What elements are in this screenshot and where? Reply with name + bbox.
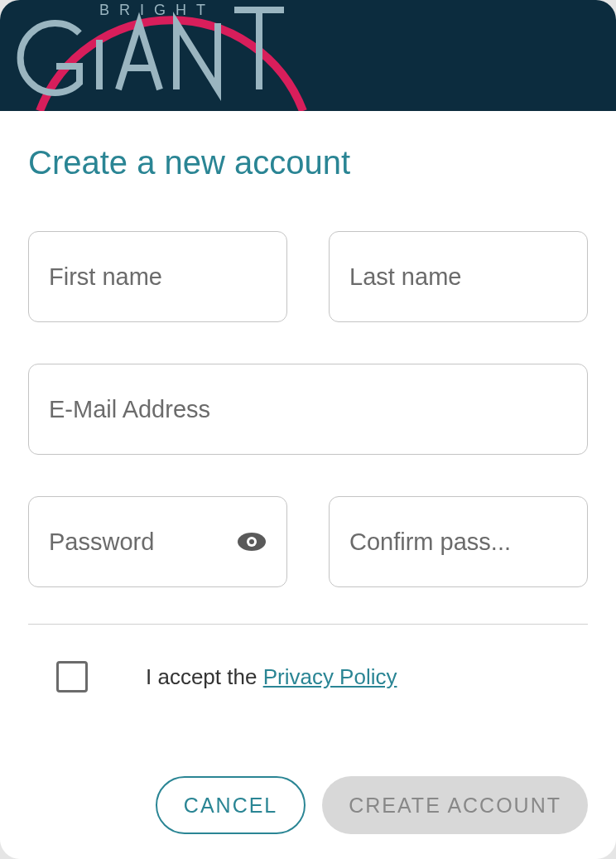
email-field-wrapper (28, 364, 588, 455)
divider (28, 624, 588, 625)
email-row (28, 364, 588, 455)
email-input[interactable] (49, 396, 567, 423)
last-name-input[interactable] (349, 263, 567, 291)
password-row (28, 496, 588, 587)
password-field-wrapper (28, 496, 287, 587)
button-row: CANCEL CREATE ACCOUNT (28, 776, 588, 834)
svg-point-4 (249, 539, 254, 544)
eye-icon (237, 532, 267, 552)
privacy-policy-link[interactable]: Privacy Policy (263, 664, 397, 689)
name-row (28, 231, 588, 322)
privacy-row: I accept the Privacy Policy (28, 661, 588, 693)
page-title: Create a new account (28, 144, 588, 181)
privacy-label: I accept the Privacy Policy (146, 664, 397, 690)
confirm-password-field-wrapper (329, 496, 588, 587)
cancel-button[interactable]: CANCEL (156, 776, 306, 834)
content-area: Create a new account (0, 111, 616, 859)
toggle-password-visibility[interactable] (237, 526, 267, 557)
header: BRIGHT (0, 0, 616, 111)
confirm-password-input[interactable] (349, 528, 567, 556)
first-name-field-wrapper (28, 231, 287, 322)
brand-logo: BRIGHT (7, 0, 313, 111)
password-input[interactable] (49, 528, 229, 556)
create-account-button[interactable]: CREATE ACCOUNT (322, 776, 588, 834)
svg-text:BRIGHT: BRIGHT (99, 2, 215, 18)
first-name-input[interactable] (49, 263, 267, 291)
signup-dialog: BRIGHT Create a new account (0, 0, 616, 859)
privacy-checkbox[interactable] (56, 661, 88, 693)
privacy-prefix: I accept the (146, 664, 263, 689)
last-name-field-wrapper (329, 231, 588, 322)
